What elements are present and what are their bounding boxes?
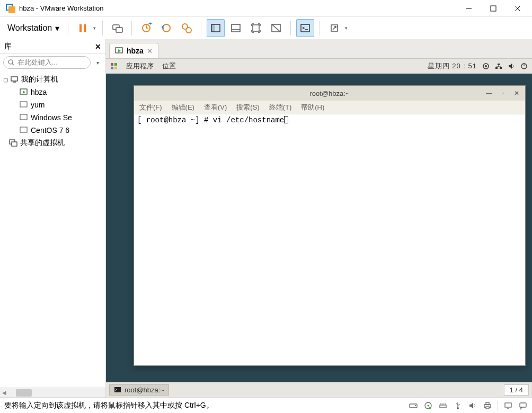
- view-thumbnail-button[interactable]: [227, 19, 245, 37]
- guest-top-panel: 应用程序 位置 星期四 20 : 51: [106, 59, 532, 74]
- gnome-places-menu[interactable]: 位置: [162, 61, 176, 71]
- send-ctrlaltdel-button[interactable]: [108, 19, 126, 37]
- terminal-titlebar[interactable]: root@hbza:~ — ▫ ✕: [134, 86, 525, 101]
- tree-node-my-computer[interactable]: ▢ 我的计算机: [0, 73, 105, 86]
- usb-icon[interactable]: [453, 401, 463, 410]
- library-close-button[interactable]: ✕: [95, 42, 101, 51]
- terminal-maximize-button[interactable]: ▫: [496, 88, 509, 98]
- library-search-input[interactable]: 在此处键入...: [3, 56, 91, 69]
- collapse-icon[interactable]: ▢: [2, 77, 8, 83]
- power-dropdown[interactable]: ▾: [92, 25, 97, 31]
- scrollbar-thumb[interactable]: [16, 389, 32, 397]
- svg-rect-37: [12, 142, 17, 146]
- stretch-dropdown[interactable]: ▾: [343, 25, 349, 31]
- status-device-icons: [409, 401, 528, 410]
- workstation-menu[interactable]: Workstation ▾: [4, 21, 63, 35]
- message-log-icon[interactable]: [518, 401, 528, 410]
- network-icon[interactable]: [495, 62, 502, 70]
- soundcard-icon[interactable]: [468, 401, 477, 410]
- menu-view[interactable]: 查看(V): [204, 103, 227, 112]
- stretch-button[interactable]: [325, 19, 343, 37]
- sidebar-scrollbar[interactable]: ◀: [0, 388, 105, 397]
- terminal-window[interactable]: root@hbza:~ — ▫ ✕ 文件(F) 编辑(E) 查看(V) 搜索(S…: [134, 85, 526, 366]
- gnome-clock[interactable]: 星期四 20 : 51: [428, 61, 477, 71]
- chevron-down-icon: ▾: [55, 23, 59, 33]
- search-icon: [8, 59, 14, 66]
- snapshot-take-button[interactable]: +: [137, 19, 155, 37]
- tree-node-vm[interactable]: CentOS 7 6: [0, 124, 105, 137]
- menu-terminal[interactable]: 终端(T): [269, 103, 292, 112]
- terminal-body[interactable]: [ root@hbza ~] # vi /etc/hostname: [134, 114, 525, 365]
- snapshot-revert-button[interactable]: [157, 19, 175, 37]
- vm-tab[interactable]: hbza ✕: [109, 43, 158, 58]
- menu-edit[interactable]: 编辑(E): [172, 103, 194, 112]
- svg-rect-25: [301, 24, 309, 32]
- terminal-title: root@hbza:~: [310, 89, 350, 97]
- view-console-button[interactable]: [296, 19, 314, 37]
- snapshot-manager-button[interactable]: [178, 19, 196, 37]
- status-bar: 要将输入定向到该虚拟机，请将鼠标指针移入其中或按 Ctrl+G。: [0, 397, 532, 413]
- display-icon[interactable]: [503, 401, 513, 410]
- harddisk-icon[interactable]: [409, 401, 418, 410]
- power-icon[interactable]: [520, 62, 528, 70]
- tab-close-button[interactable]: ✕: [147, 47, 153, 55]
- vm-console[interactable]: 应用程序 位置 星期四 20 : 51 root@hbza:~ —: [106, 58, 532, 397]
- guest-bottom-panel: root@hbza:~ 1 / 4: [106, 382, 532, 397]
- volume-icon[interactable]: [508, 62, 515, 70]
- computer-icon: [10, 75, 19, 84]
- terminal-minimize-button[interactable]: —: [483, 88, 495, 98]
- record-icon[interactable]: [482, 62, 490, 70]
- power-group: ▾: [74, 19, 97, 37]
- svg-point-59: [429, 407, 431, 409]
- tree-node-vm[interactable]: hbza: [0, 86, 105, 98]
- tree-node-vm[interactable]: yum: [0, 98, 105, 111]
- terminal-close-button[interactable]: ✕: [510, 88, 523, 98]
- svg-line-24: [272, 24, 280, 32]
- svg-point-56: [415, 405, 416, 406]
- vmware-app-icon: [5, 3, 16, 14]
- tab-label: hbza: [127, 47, 144, 55]
- library-sidebar: 库 ✕ 在此处键入... ▾ ▢ 我的计算机 hbza yum: [0, 39, 106, 397]
- svg-rect-7: [79, 24, 82, 32]
- svg-rect-1: [9, 7, 15, 13]
- view-unity-button[interactable]: [267, 19, 285, 37]
- menu-search[interactable]: 搜索(S): [236, 103, 259, 112]
- svg-rect-60: [440, 405, 446, 408]
- terminal-cursor: [284, 116, 288, 123]
- svg-point-17: [186, 28, 191, 33]
- vm-tabbar: hbza ✕: [106, 39, 532, 58]
- status-message: 要将输入定向到该虚拟机，请将鼠标指针移入其中或按 Ctrl+G。: [4, 401, 409, 410]
- svg-rect-45: [498, 64, 500, 65]
- window-titlebar: hbza - VMware Workstation: [0, 0, 532, 17]
- tree-label: 共享的虚拟机: [19, 138, 65, 148]
- workspace-switcher[interactable]: 1 / 4: [504, 384, 529, 396]
- view-sidebar-button[interactable]: [207, 19, 225, 37]
- cdrom-icon[interactable]: [423, 401, 433, 410]
- library-tree: ▢ 我的计算机 hbza yum Windows Se CentOS 7 6: [0, 71, 105, 388]
- menu-file[interactable]: 文件(F): [139, 103, 162, 112]
- printer-icon[interactable]: [483, 401, 492, 410]
- tree-node-shared[interactable]: 共享的虚拟机: [0, 137, 105, 149]
- menu-help[interactable]: 帮助(H): [301, 103, 324, 112]
- search-dropdown[interactable]: ▾: [93, 58, 102, 67]
- toolbar-separator: [102, 21, 103, 35]
- svg-rect-73: [520, 403, 526, 407]
- toolbar-separator: [290, 21, 291, 35]
- svg-point-44: [485, 65, 487, 67]
- svg-rect-4: [491, 6, 496, 11]
- gnome-activities-icon[interactable]: [110, 62, 118, 70]
- svg-rect-8: [84, 24, 86, 32]
- tree-node-vm[interactable]: Windows Se: [0, 111, 105, 124]
- svg-point-28: [8, 60, 13, 64]
- network-adapter-icon[interactable]: [438, 401, 448, 410]
- svg-text:+: +: [148, 22, 152, 28]
- taskbar-app-terminal[interactable]: root@hbza:~: [109, 384, 169, 396]
- close-button[interactable]: [506, 0, 530, 17]
- pause-button[interactable]: [74, 19, 92, 37]
- terminal-icon: [114, 386, 121, 393]
- maximize-button[interactable]: [481, 0, 506, 17]
- minimize-button[interactable]: [457, 0, 481, 17]
- gnome-apps-menu[interactable]: 应用程序: [126, 61, 154, 71]
- view-fullscreen-button[interactable]: [247, 19, 265, 37]
- svg-rect-47: [500, 67, 502, 69]
